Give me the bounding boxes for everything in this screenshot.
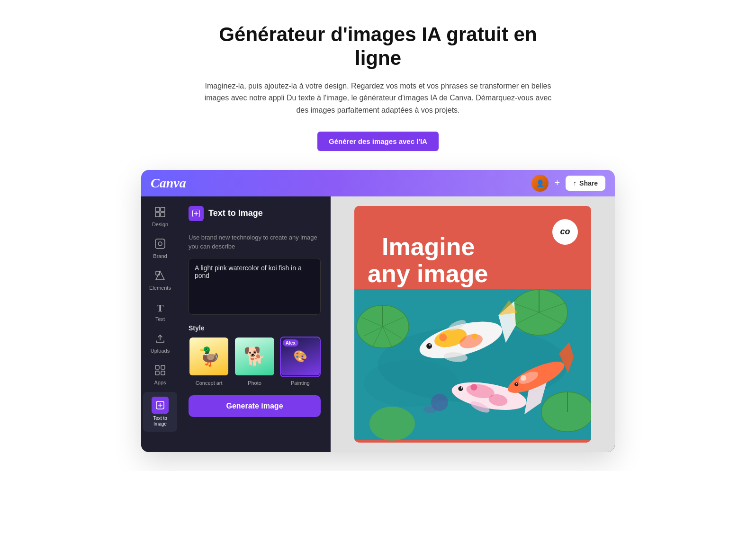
user-avatar[interactable]: 👤	[531, 175, 549, 192]
canvas-text-line1: Imagine	[368, 219, 578, 260]
share-icon: ↑	[573, 179, 576, 187]
style-label: Style	[189, 324, 321, 332]
style-name-photo: Photo	[248, 380, 261, 386]
add-button[interactable]: +	[554, 178, 560, 188]
sidebar-brand-label: Brand	[153, 253, 167, 259]
sidebar-text-label: Text	[155, 316, 165, 322]
sidebar-item-text[interactable]: T Text	[143, 297, 177, 327]
svg-point-5	[158, 242, 162, 246]
text-icon: T	[157, 302, 164, 314]
sidebar-item-elements[interactable]: Elements	[143, 266, 177, 295]
sidebar-item-text-to-image[interactable]: Text to Image	[143, 392, 177, 432]
svg-point-36	[369, 407, 415, 441]
style-thumb-painting: 🎨 Alex	[280, 337, 321, 377]
sidebar-uploads-label: Uploads	[151, 348, 170, 354]
panel-header: Text to Image	[189, 206, 321, 227]
canvas-card: Imagine any image co	[354, 206, 591, 443]
elements-icon	[155, 270, 165, 283]
svg-rect-11	[161, 371, 165, 375]
uploads-icon	[155, 333, 165, 346]
svg-rect-1	[161, 207, 165, 212]
sidebar-item-apps[interactable]: Apps	[143, 360, 177, 390]
app-window: Canva 👤 + ↑ Share Design	[141, 170, 615, 452]
style-grid: 🦆 Concept art 🐕 Photo 🎨	[189, 337, 321, 386]
sidebar-item-uploads[interactable]: Uploads	[143, 329, 177, 358]
sidebar: Design Brand Elements	[141, 196, 179, 452]
svg-rect-2	[155, 213, 160, 217]
share-label: Share	[579, 179, 598, 187]
koi-scene	[354, 286, 591, 443]
canva-toolbar: Canva 👤 + ↑ Share	[141, 170, 615, 196]
canva-logo: Canva	[151, 176, 526, 191]
style-thumb-concept-art: 🦆	[189, 337, 229, 377]
alex-badge: Alex	[283, 339, 298, 346]
svg-rect-10	[155, 371, 159, 375]
panel-icon	[189, 206, 204, 221]
prompt-input[interactable]	[189, 258, 321, 315]
sidebar-item-design[interactable]: Design	[143, 202, 177, 232]
design-icon	[155, 207, 165, 220]
sidebar-elements-label: Elements	[149, 285, 171, 291]
text-to-image-icon	[152, 397, 169, 414]
svg-point-64	[423, 406, 437, 413]
sidebar-design-label: Design	[152, 222, 168, 227]
panel-description: Use brand new technology to create any i…	[189, 233, 321, 251]
sidebar-text-to-image-label: Text to Image	[147, 416, 173, 427]
style-name-concept-art: Concept art	[196, 380, 223, 386]
svg-rect-0	[155, 207, 160, 212]
svg-rect-9	[161, 365, 165, 369]
canvas-area: Imagine any image co	[331, 196, 615, 452]
cta-button[interactable]: Générer des images avec l'IA	[317, 132, 439, 151]
svg-rect-3	[161, 213, 165, 217]
style-thumb-photo: 🐕	[234, 337, 275, 377]
svg-marker-6	[156, 271, 164, 280]
hero-section: Générateur d'images IA gratuit en ligne …	[189, 0, 567, 170]
apps-icon	[155, 365, 165, 378]
style-section: Style 🦆 Concept art 🐕 Photo	[189, 324, 321, 386]
panel: Text to Image Use brand new technology t…	[179, 196, 331, 452]
svg-rect-4	[155, 239, 165, 249]
sidebar-item-brand[interactable]: Brand	[143, 234, 177, 264]
style-name-painting: Painting	[291, 380, 310, 386]
svg-rect-8	[155, 365, 159, 369]
hero-title: Générateur d'images IA gratuit en ligne	[198, 23, 558, 71]
brand-icon	[155, 239, 165, 251]
share-button[interactable]: ↑ Share	[566, 176, 605, 191]
sidebar-apps-label: Apps	[154, 380, 166, 385]
style-item-photo[interactable]: 🐕 Photo	[234, 337, 275, 386]
app-main: Design Brand Elements	[141, 196, 615, 452]
style-item-concept-art[interactable]: 🦆 Concept art	[189, 337, 229, 386]
hero-subtitle: Imaginez-la, puis ajoutez-la à votre des…	[198, 80, 558, 116]
panel-title: Text to Image	[208, 208, 263, 218]
style-item-painting[interactable]: 🎨 Alex Painting	[280, 337, 321, 386]
canvas-text-line2: any image	[354, 260, 578, 287]
generate-button[interactable]: Generate image	[189, 395, 321, 417]
